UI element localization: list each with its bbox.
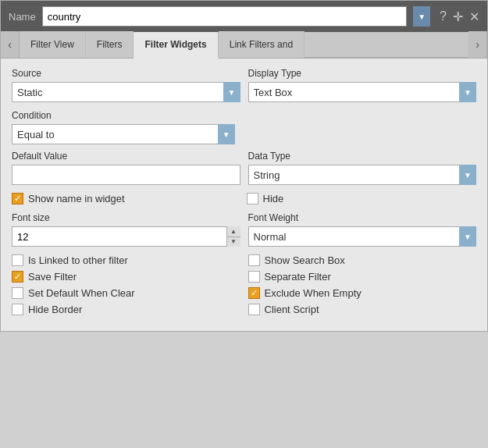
set-default-label: Set Default When Clear [28, 287, 135, 299]
tab-left-arrow[interactable]: ‹ [1, 31, 20, 58]
panel: Name ▼ ? ✛ ✕ ‹ Filter View Filters Filte… [0, 0, 488, 332]
font-weight-select[interactable]: Normal Bold Italic [248, 226, 477, 247]
set-default-checkbox[interactable] [12, 287, 23, 299]
condition-select[interactable]: Equal to Not equal to Contains [12, 124, 235, 144]
tab-filters[interactable]: Filters [86, 31, 134, 58]
font-size-spinner-wrap: ▲ ▼ [12, 226, 240, 247]
font-weight-col: Font Weight Normal Bold Italic ▼ [248, 212, 477, 247]
source-display-row: Source Static Dynamic ▼ Display Type Tex… [12, 68, 476, 102]
show-name-hide-row: ✓ Show name in widget Hide [12, 193, 476, 204]
tabs: ‹ Filter View Filters Filter Widgets Lin… [1, 32, 487, 59]
header-icons: ? ✛ ✕ [440, 9, 479, 24]
show-name-checkbox[interactable]: ✓ [12, 193, 23, 204]
exclude-empty-checkmark: ✓ [251, 289, 258, 297]
source-select-wrap: Static Dynamic ▼ [12, 82, 240, 102]
show-search-checkbox[interactable] [248, 254, 260, 266]
client-script-item: Client Script [248, 304, 477, 315]
move-icon[interactable]: ✛ [453, 9, 463, 24]
separate-filter-label: Separate Filter [265, 271, 331, 283]
save-filter-checkbox[interactable]: ✓ [12, 271, 23, 283]
help-icon[interactable]: ? [440, 9, 447, 23]
hide-border-item: Hide Border [12, 304, 240, 315]
name-label: Name [9, 11, 36, 23]
client-script-label: Client Script [265, 304, 319, 315]
source-label: Source [12, 68, 240, 79]
save-filter-item: ✓ Save Filter [12, 271, 240, 283]
tab-filter-view[interactable]: Filter View [20, 31, 86, 58]
condition-label: Condition [12, 110, 476, 121]
hide-label: Hide [263, 193, 284, 204]
show-name-checkmark: ✓ [14, 194, 21, 203]
checkboxes-grid: Is Linked to other filter Show Search Bo… [12, 254, 476, 315]
client-script-checkbox[interactable] [248, 304, 260, 315]
hide-item: Hide [247, 193, 477, 204]
data-type-label: Data Type [248, 151, 477, 162]
tab-right-arrow[interactable]: › [468, 31, 487, 58]
default-value-label: Default Value [12, 151, 240, 162]
is-linked-label: Is Linked to other filter [28, 254, 128, 266]
header: Name ▼ ? ✛ ✕ [1, 1, 487, 32]
condition-select-wrap: Equal to Not equal to Contains ▼ [12, 124, 235, 144]
font-size-label: Font size [12, 212, 240, 223]
name-input[interactable] [42, 6, 407, 27]
hide-border-checkbox[interactable] [12, 304, 23, 315]
font-size-spinners: ▲ ▼ [226, 226, 240, 247]
display-type-select-wrap: Text Box Dropdown ▼ [248, 82, 477, 102]
exclude-empty-label: Exclude When Empty [265, 287, 362, 299]
font-size-up[interactable]: ▲ [227, 226, 240, 237]
close-icon[interactable]: ✕ [469, 9, 479, 24]
is-linked-item: Is Linked to other filter [12, 254, 240, 266]
font-size-input[interactable] [12, 226, 240, 247]
default-value-input[interactable] [12, 165, 240, 185]
is-linked-checkbox[interactable] [12, 254, 23, 266]
show-search-label: Show Search Box [265, 254, 345, 266]
show-name-item: ✓ Show name in widget [12, 193, 242, 204]
set-default-item: Set Default When Clear [12, 287, 240, 299]
hide-checkbox[interactable] [247, 193, 258, 204]
data-type-col: Data Type String Integer Date ▼ [248, 151, 477, 185]
separate-filter-item: Separate Filter [248, 271, 477, 283]
tab-filter-widgets[interactable]: Filter Widgets [134, 32, 218, 59]
data-type-select[interactable]: String Integer Date [248, 165, 477, 185]
name-dropdown-arrow[interactable]: ▼ [413, 6, 430, 27]
data-type-select-wrap: String Integer Date ▼ [248, 165, 477, 185]
default-value-col: Default Value [12, 151, 240, 185]
font-row: Font size ▲ ▼ Font Weight Normal Bold It… [12, 212, 476, 247]
font-weight-select-wrap: Normal Bold Italic ▼ [248, 226, 477, 247]
source-col: Source Static Dynamic ▼ [12, 68, 240, 102]
content: Source Static Dynamic ▼ Display Type Tex… [1, 59, 487, 331]
exclude-empty-checkbox[interactable]: ✓ [248, 287, 260, 299]
show-name-label: Show name in widget [28, 193, 125, 204]
display-type-col: Display Type Text Box Dropdown ▼ [248, 68, 477, 102]
display-type-select[interactable]: Text Box Dropdown [248, 82, 477, 102]
tab-link-filters[interactable]: Link Filters and [219, 31, 305, 58]
hide-border-label: Hide Border [28, 304, 82, 315]
source-select[interactable]: Static Dynamic [12, 82, 240, 102]
font-size-col: Font size ▲ ▼ [12, 212, 240, 247]
display-type-label: Display Type [248, 68, 477, 79]
show-search-item: Show Search Box [248, 254, 477, 266]
font-size-down[interactable]: ▼ [227, 237, 240, 247]
save-filter-label: Save Filter [28, 271, 77, 283]
condition-row: Condition Equal to Not equal to Contains… [12, 110, 476, 144]
exclude-empty-item: ✓ Exclude When Empty [248, 287, 477, 299]
separate-filter-checkbox[interactable] [248, 271, 260, 283]
font-weight-label: Font Weight [248, 212, 477, 223]
save-filter-checkmark: ✓ [14, 272, 21, 281]
default-datatype-row: Default Value Data Type String Integer D… [12, 151, 476, 185]
